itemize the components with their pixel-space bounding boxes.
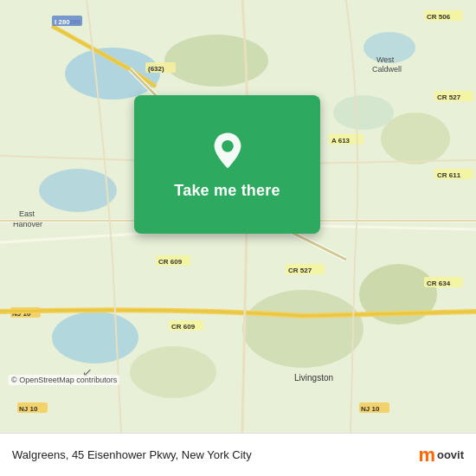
bottom-bar: Walgreens, 45 Eisenhower Pkwy, New York …: [0, 433, 476, 476]
svg-point-6: [164, 35, 268, 87]
svg-text:CR 609: CR 609: [158, 258, 183, 266]
take-me-there-label: Take me there: [174, 182, 280, 200]
svg-point-5: [333, 95, 394, 130]
svg-point-3: [52, 312, 138, 363]
svg-text:East: East: [19, 209, 35, 218]
svg-text:CR 527: CR 527: [437, 93, 461, 101]
moovit-m-letter: m: [418, 446, 435, 465]
svg-text:West: West: [376, 55, 395, 64]
svg-text:CR 527: CR 527: [288, 267, 312, 274]
svg-text:CR 611: CR 611: [437, 171, 461, 179]
svg-point-1: [65, 48, 160, 100]
svg-text:NJ 10: NJ 10: [361, 405, 380, 413]
svg-text:Livingston: Livingston: [294, 373, 333, 383]
svg-point-44: [222, 140, 234, 152]
svg-point-9: [130, 346, 216, 398]
svg-text:NJ 10: NJ 10: [19, 405, 38, 413]
svg-text:A 613: A 613: [331, 137, 351, 145]
svg-text:(632): (632): [148, 65, 164, 73]
svg-text:Caldwell: Caldwell: [372, 65, 402, 74]
location-pin-icon: [207, 130, 248, 171]
svg-text:CR 634: CR 634: [427, 280, 451, 287]
svg-point-7: [381, 113, 450, 164]
location-text: Walgreens, 45 Eisenhower Pkwy, New York …: [12, 448, 418, 461]
moovit-text: oovit: [437, 448, 464, 461]
svg-text:CR 506: CR 506: [427, 13, 451, 21]
svg-point-8: [242, 290, 363, 368]
map-container: I 280 I 280 (632) CR 506 West Caldwell C…: [0, 0, 476, 433]
svg-text:I 280: I 280: [55, 18, 70, 26]
take-me-there-card[interactable]: Take me there: [134, 95, 320, 234]
map-attribution: © OpenStreetMap contributors: [9, 375, 119, 385]
moovit-logo: m oovit: [418, 446, 464, 465]
svg-text:CR 609: CR 609: [171, 323, 196, 331]
